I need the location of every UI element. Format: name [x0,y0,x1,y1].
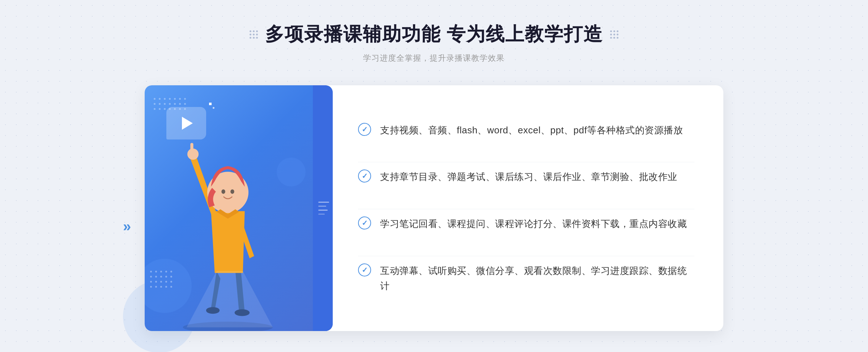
dot [256,34,258,35]
dot [256,37,258,39]
dot [610,34,612,35]
dot [253,34,255,35]
dot [250,34,251,35]
check-circle-1: ✓ [358,123,371,136]
feature-text-4: 互动弹幕、试听购买、微信分享、观看次数限制、学习进度跟踪、数据统计 [380,263,694,293]
feature-item-4: ✓ 互动弹幕、试听购买、微信分享、观看次数限制、学习进度跟踪、数据统计 [358,256,694,301]
feature-text-1: 支持视频、音频、flash、word、excel、ppt、pdf等各种格式的资源… [380,123,683,138]
dot [250,30,251,32]
dot [610,37,612,39]
dot [617,37,618,39]
page-container: 多项录播课辅助功能 专为线上教学打造 学习进度全掌握，提升录播课教学效果 [0,0,868,352]
header-section: 多项录播课辅助功能 专为线上教学打造 学习进度全掌握，提升录播课教学效果 [250,22,618,64]
left-illustration-panel [145,85,333,331]
lines-decoration [318,202,329,215]
check-circle-4: ✓ [358,263,371,276]
left-title-dots [250,30,258,39]
feature-item-2: ✓ 支持章节目录、弹题考试、课后练习、课后作业、章节测验、批改作业 [358,162,694,192]
feature-text-2: 支持章节目录、弹题考试、课后练习、课后作业、章节测验、批改作业 [380,169,677,185]
right-features-panel: ✓ 支持视频、音频、flash、word、excel、ppt、pdf等各种格式的… [333,85,723,331]
subtitle: 学习进度全掌握，提升录播课教学效果 [250,53,618,64]
content-card: ✓ 支持视频、音频、flash、word、excel、ppt、pdf等各种格式的… [145,85,723,331]
check-circle-2: ✓ [358,169,371,183]
main-title: 多项录播课辅助功能 专为线上教学打造 [265,22,603,47]
dot [613,30,615,32]
dot [617,34,618,35]
check-circle-3: ✓ [358,216,371,229]
right-title-dots [610,30,618,39]
dot [253,37,255,39]
play-triangle-icon [182,117,193,130]
svg-point-8 [230,189,234,194]
svg-point-7 [221,189,225,194]
svg-rect-4 [190,143,193,155]
feature-item-3: ✓ 学习笔记回看、课程提问、课程评论打分、课件资料下载，重点内容收藏 [358,209,694,239]
feature-item-1: ✓ 支持视频、音频、flash、word、excel、ppt、pdf等各种格式的… [358,116,694,145]
dot [253,30,255,32]
dot [610,30,612,32]
left-chevrons-icon: » [123,219,131,233]
feature-text-3: 学习笔记回看、课程提问、课程评论打分、课件资料下载，重点内容收藏 [380,216,687,232]
title-row: 多项录播课辅助功能 专为线上教学打造 [250,22,618,47]
sparkle-dots [209,103,214,109]
dot [613,37,615,39]
dot [617,30,618,32]
person-illustration [156,129,300,331]
dot [256,30,258,32]
dot [250,37,251,39]
dot [613,34,615,35]
